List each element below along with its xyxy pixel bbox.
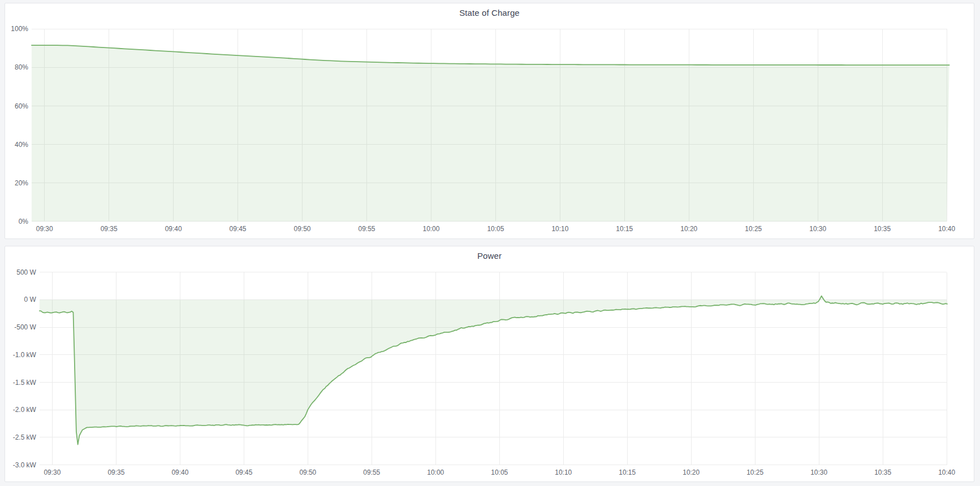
y-tick-label: -1.0 kW xyxy=(13,351,37,359)
x-tick-label: 10:10 xyxy=(555,468,572,476)
x-tick-label: 10:20 xyxy=(680,225,697,233)
x-tick-label: 10:20 xyxy=(683,468,700,476)
y-tick-label: 60% xyxy=(15,102,28,110)
x-tick-label: 10:00 xyxy=(423,225,440,233)
y-tick-label: 0% xyxy=(19,218,29,225)
x-tick-label: 09:50 xyxy=(299,468,316,476)
series-area-fill xyxy=(40,296,947,445)
x-tick-label: 10:30 xyxy=(809,225,826,233)
x-tick-label: 10:35 xyxy=(874,225,891,233)
x-tick-label: 10:35 xyxy=(874,468,891,476)
x-tick-label: 09:55 xyxy=(363,468,380,476)
y-tick-label: -2.0 kW xyxy=(13,406,37,414)
x-tick-label: 09:35 xyxy=(107,468,124,476)
x-tick-label: 10:40 xyxy=(938,225,955,233)
y-tick-label: 500 W xyxy=(16,268,36,276)
x-tick-label: 10:25 xyxy=(746,468,763,476)
x-tick-label: 10:10 xyxy=(551,225,568,233)
series-area-fill xyxy=(32,45,949,222)
power-panel: Power 500 W0 W-500 W-1.0 kW-1.5 kW-2.0 k… xyxy=(5,246,974,482)
x-tick-label: 10:05 xyxy=(491,468,508,476)
state-of-charge-panel: State of Charge 100%80%60%40%20%0%09:300… xyxy=(5,3,974,239)
y-tick-label: 0 W xyxy=(24,296,37,303)
state-of-charge-chart[interactable]: 100%80%60%40%20%0%09:3009:3509:4009:4509… xyxy=(5,3,974,238)
x-tick-label: 10:25 xyxy=(745,225,762,233)
x-tick-label: 09:50 xyxy=(294,225,311,233)
y-tick-label: -2.5 kW xyxy=(13,433,37,441)
x-tick-label: 10:00 xyxy=(427,468,444,476)
y-tick-label: -1.5 kW xyxy=(13,379,37,387)
y-tick-label: 40% xyxy=(15,141,28,149)
x-tick-label: 09:55 xyxy=(359,225,375,233)
power-chart[interactable]: 500 W0 W-500 W-1.0 kW-1.5 kW-2.0 kW-2.5 … xyxy=(5,246,974,481)
x-tick-label: 09:35 xyxy=(101,225,118,233)
y-tick-label: 20% xyxy=(15,179,28,187)
x-tick-label: 10:40 xyxy=(938,468,955,476)
x-tick-label: 10:05 xyxy=(487,225,504,233)
x-tick-label: 10:15 xyxy=(616,225,633,233)
x-tick-label: 10:30 xyxy=(810,468,827,476)
x-tick-label: 09:45 xyxy=(230,225,247,233)
x-tick-label: 10:15 xyxy=(619,468,636,476)
x-tick-label: 09:30 xyxy=(44,468,61,476)
x-tick-label: 09:45 xyxy=(235,468,252,476)
x-tick-label: 09:40 xyxy=(165,225,182,233)
x-tick-label: 09:40 xyxy=(171,468,188,476)
x-tick-label: 09:30 xyxy=(36,225,53,233)
y-tick-label: 100% xyxy=(11,25,28,33)
y-tick-label: -500 W xyxy=(14,323,36,331)
y-tick-label: 80% xyxy=(15,63,28,71)
y-tick-label: -3.0 kW xyxy=(13,461,37,469)
